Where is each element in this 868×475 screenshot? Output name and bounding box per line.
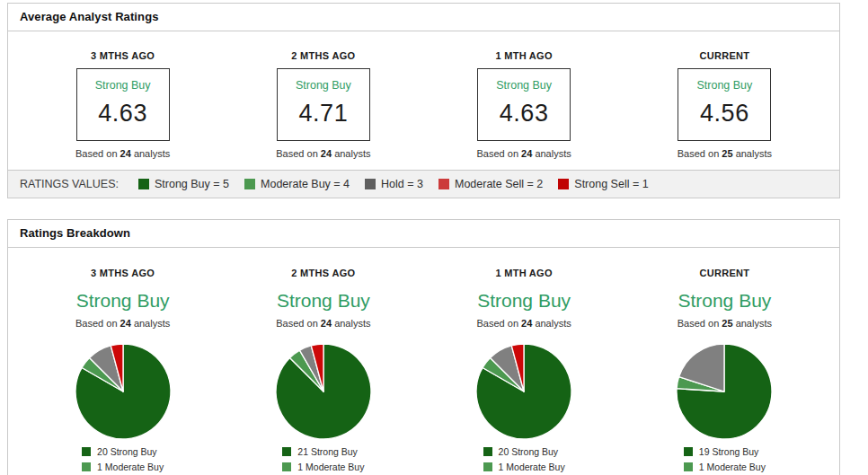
avg-column-2mths: 2 MTHS AGO Strong Buy 4.71 Based on 24 a… (223, 50, 423, 159)
rating-value: 4.63 (500, 100, 549, 128)
rating-box: Strong Buy 4.63 (76, 68, 170, 141)
period-label: 2 MTHS AGO (223, 50, 423, 61)
strong-buy-swatch-icon (282, 447, 291, 456)
avg-column-3mths: 3 MTHS AGO Strong Buy 4.63 Based on 24 a… (22, 50, 223, 159)
pie-legend-label: 1 Moderate Buy (699, 462, 766, 472)
legend-item-moderate-sell: Moderate Sell = 2 (438, 178, 543, 190)
strong-buy-swatch-icon (483, 447, 492, 456)
avg-column-1mth: 1 MTH AGO Strong Buy 4.63 Based on 24 an… (424, 50, 624, 159)
pie-legend-item: 1 Moderate Buy (282, 462, 364, 472)
breakdown-column-1mth: 1 MTH AGO Strong Buy Based on 24 analyst… (424, 268, 624, 475)
moderate-sell-swatch-icon (438, 179, 449, 189)
analyst-count: 25 (722, 318, 732, 329)
pie-chart[interactable] (223, 341, 423, 442)
pie-legend: 20 Strong Buy1 Moderate Buy2 Hold1 Stron… (483, 446, 565, 475)
moderate-buy-swatch-icon (244, 179, 255, 189)
rating-value: 4.56 (700, 100, 749, 128)
legend-item-moderate-buy: Moderate Buy = 4 (244, 178, 350, 190)
moderate-buy-swatch-icon (82, 462, 91, 471)
rating-box: Strong Buy 4.71 (277, 68, 370, 141)
pie-legend-item: 21 Strong Buy (282, 446, 364, 457)
based-on-analysts: Based on 24 analysts (22, 318, 223, 329)
pie-legend-label: 1 Moderate Buy (499, 462, 565, 472)
analyst-count: 24 (521, 148, 532, 159)
rating-box: Strong Buy 4.63 (477, 68, 571, 141)
pie-legend-item: 20 Strong Buy (82, 446, 164, 457)
moderate-buy-swatch-icon (483, 462, 492, 471)
consensus-rating: Strong Buy (624, 290, 825, 312)
pie-legend: 20 Strong Buy1 Moderate Buy2 Hold1 Stron… (82, 446, 164, 475)
based-on-analysts: Based on 25 analysts (624, 148, 825, 159)
pie-legend: 21 Strong Buy1 Moderate Buy1 Hold1 Stron… (282, 446, 364, 475)
analyst-count: 24 (321, 148, 332, 159)
pie-legend-item: 1 Moderate Buy (684, 462, 766, 472)
period-label: 1 MTH AGO (424, 50, 624, 61)
pie-legend-item: 19 Strong Buy (684, 446, 766, 457)
pie-chart[interactable] (624, 341, 825, 442)
based-on-analysts: Based on 24 analysts (424, 318, 624, 329)
rating-value: 4.71 (299, 100, 349, 128)
legend-item-hold: Hold = 3 (365, 178, 423, 190)
based-on-analysts: Based on 24 analysts (223, 318, 423, 329)
panel-title: Average Analyst Ratings (8, 4, 839, 31)
strong-sell-swatch-icon (558, 179, 569, 189)
rating-text: Strong Buy (496, 79, 552, 92)
consensus-rating: Strong Buy (22, 290, 223, 312)
rating-box: Strong Buy 4.56 (678, 68, 771, 141)
based-on-analysts: Based on 24 analysts (223, 148, 423, 159)
consensus-rating: Strong Buy (424, 290, 624, 312)
ratings-values-label: RATINGS VALUES: (20, 178, 119, 190)
period-label: 2 MTHS AGO (223, 268, 423, 278)
pie-legend-item: 1 Moderate Buy (82, 462, 164, 472)
panel-title: Ratings Breakdown (8, 220, 839, 248)
pie-legend-label: 1 Moderate Buy (297, 462, 364, 472)
legend-item-strong-sell: Strong Sell = 1 (558, 178, 648, 190)
pie-legend-item: 1 Moderate Buy (483, 462, 565, 472)
analyst-count: 25 (722, 148, 732, 159)
moderate-buy-swatch-icon (684, 462, 693, 471)
ratings-values-legend: RATINGS VALUES: Strong Buy = 5 Moderate … (8, 170, 839, 198)
average-ratings-columns: 3 MTHS AGO Strong Buy 4.63 Based on 24 a… (8, 31, 839, 170)
avg-column-current: CURRENT Strong Buy 4.56 Based on 25 anal… (624, 50, 825, 159)
moderate-buy-swatch-icon (282, 462, 291, 471)
consensus-rating: Strong Buy (223, 290, 423, 312)
pie-chart[interactable] (424, 341, 624, 442)
pie-legend: 19 Strong Buy1 Moderate Buy5 Hold (684, 446, 766, 475)
period-label: 3 MTHS AGO (22, 50, 223, 61)
analyst-count: 24 (120, 148, 131, 159)
period-label: CURRENT (624, 50, 825, 61)
pie-legend-item: 20 Strong Buy (483, 446, 565, 457)
hold-swatch-icon (365, 179, 376, 189)
breakdown-column-3mths: 3 MTHS AGO Strong Buy Based on 24 analys… (22, 268, 223, 475)
breakdown-column-current: CURRENT Strong Buy Based on 25 analysts … (624, 268, 825, 475)
period-label: 1 MTH AGO (424, 268, 624, 278)
rating-value: 4.63 (98, 100, 147, 128)
pie-legend-label: 1 Moderate Buy (97, 462, 164, 472)
pie-legend-label: 21 Strong Buy (297, 446, 358, 457)
legend-item-strong-buy: Strong Buy = 5 (138, 178, 229, 190)
breakdown-columns: 3 MTHS AGO Strong Buy Based on 24 analys… (8, 248, 839, 475)
based-on-analysts: Based on 24 analysts (22, 148, 223, 159)
pie-legend-label: 20 Strong Buy (97, 446, 157, 457)
based-on-analysts: Based on 25 analysts (624, 318, 825, 329)
ratings-breakdown-panel: Ratings Breakdown 3 MTHS AGO Strong Buy … (7, 219, 840, 475)
pie-chart[interactable] (22, 341, 223, 442)
rating-text: Strong Buy (95, 79, 151, 92)
pie-legend-label: 20 Strong Buy (499, 446, 559, 457)
strong-buy-swatch-icon (82, 447, 91, 456)
period-label: 3 MTHS AGO (22, 268, 223, 278)
based-on-analysts: Based on 24 analysts (424, 148, 624, 159)
analyst-count: 24 (120, 318, 131, 329)
rating-text: Strong Buy (296, 79, 351, 92)
rating-text: Strong Buy (696, 79, 752, 92)
average-analyst-ratings-panel: Average Analyst Ratings 3 MTHS AGO Stron… (7, 3, 840, 198)
strong-buy-swatch-icon (684, 447, 693, 456)
analyst-count: 24 (521, 318, 532, 329)
analyst-count: 24 (321, 318, 332, 329)
period-label: CURRENT (624, 268, 825, 278)
pie-legend-label: 19 Strong Buy (699, 446, 759, 457)
breakdown-column-2mths: 2 MTHS AGO Strong Buy Based on 24 analys… (223, 268, 423, 475)
strong-buy-swatch-icon (138, 179, 149, 189)
